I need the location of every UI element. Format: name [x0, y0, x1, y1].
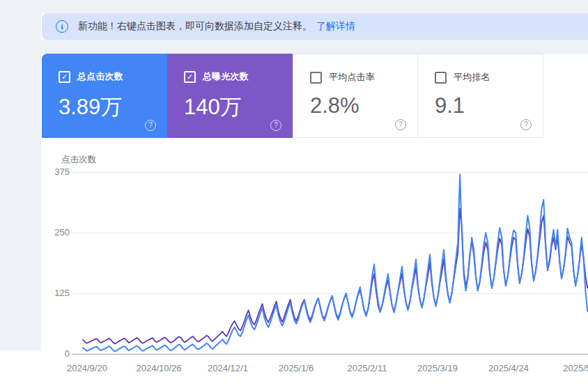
x-tick-label: 2025/5/: [563, 363, 588, 373]
x-tick-label: 2025/2/11: [348, 363, 387, 373]
metric-value: 3.89万: [59, 93, 167, 122]
y-axis-title: 点击次数: [61, 154, 96, 166]
metric-value: 140万: [184, 93, 293, 122]
x-tick-label: 2024/10/26: [136, 363, 181, 373]
metric-card-average-ctr[interactable]: 平均点击率 2.8% ?: [293, 54, 418, 138]
help-icon[interactable]: ?: [145, 120, 156, 131]
checkbox-checked-icon[interactable]: ✓: [59, 71, 70, 83]
y-tick-label: 0: [42, 348, 70, 359]
x-tick-label: 2025/4/24: [488, 363, 529, 373]
help-icon[interactable]: ?: [395, 119, 406, 130]
info-icon: i: [56, 20, 68, 33]
top-background-strip: [0, 0, 588, 13]
y-tick-label: 375: [42, 166, 70, 177]
checkbox-unchecked-icon[interactable]: [435, 72, 447, 84]
metric-card-total-impressions[interactable]: ✓ 总曝光次数 140万 ?: [167, 54, 293, 138]
impressions-line: [83, 208, 587, 343]
checkbox-unchecked-icon[interactable]: [310, 72, 322, 84]
metric-label: 平均点击率: [329, 71, 375, 84]
x-tick-label: 2025/1/6: [279, 363, 314, 373]
metric-value: 2.8%: [310, 93, 417, 118]
help-icon[interactable]: ?: [270, 120, 281, 131]
metric-label: 总点击次数: [77, 70, 123, 83]
help-icon[interactable]: ?: [520, 119, 532, 130]
learn-more-link[interactable]: 了解详情: [316, 20, 355, 33]
annotation-feature-banner: i 新功能！右键点击图表，即可向数据添加自定义注释。 了解详情: [42, 13, 588, 40]
x-tick-label: 2025/3/19: [417, 363, 458, 373]
metric-label: 平均排名: [454, 71, 490, 84]
x-tick-label: 2024/9/20: [67, 363, 107, 373]
banner-text: 新功能！右键点击图表，即可向数据添加自定义注释。: [78, 20, 312, 33]
metric-label: 总曝光次数: [203, 70, 249, 83]
clicks-line: [83, 175, 587, 352]
y-tick-label: 125: [42, 288, 70, 298]
performance-line-chart[interactable]: [72, 167, 588, 362]
left-background-rail: [0, 0, 41, 350]
metric-cards-row: ✓ 总点击次数 3.89万 ? ✓ 总曝光次数 140万 ? 平均点击率 2.8…: [42, 54, 543, 138]
metric-value: 9.1: [435, 93, 543, 118]
metric-card-total-clicks[interactable]: ✓ 总点击次数 3.89万 ?: [42, 54, 167, 138]
x-tick-label: 2024/12/1: [208, 363, 248, 373]
y-tick-label: 250: [42, 227, 70, 238]
metric-card-average-position[interactable]: 平均排名 9.1 ?: [418, 54, 543, 138]
checkbox-checked-icon[interactable]: ✓: [184, 71, 196, 83]
mid-background-strip: [0, 40, 588, 54]
